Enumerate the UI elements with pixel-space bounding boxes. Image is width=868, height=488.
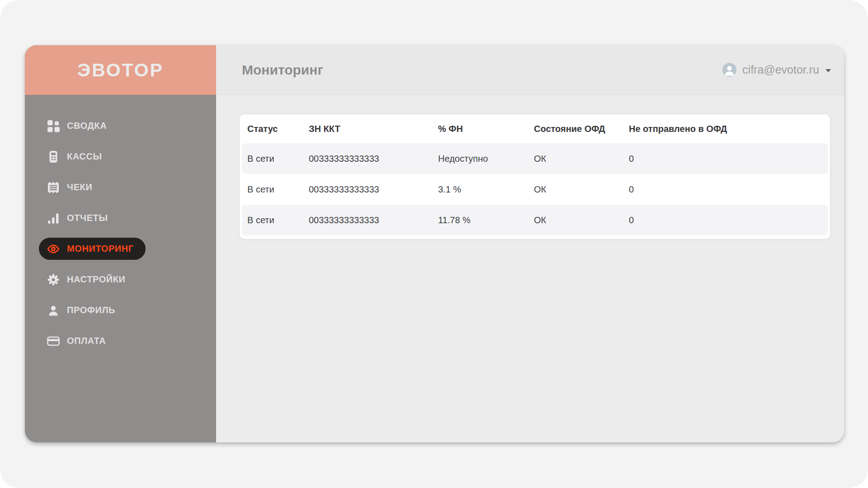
sidebar-item-label: НАСТРОЙКИ — [67, 274, 126, 285]
column-header-zn-kkt: ЗН ККТ — [309, 124, 438, 134]
table-row: В сети 00333333333333 3.1 % ОК 0 — [242, 174, 828, 205]
user-menu[interactable]: cifra@evotor.ru — [722, 63, 831, 77]
column-header-fn-percent: % ФН — [438, 124, 534, 134]
monitoring-table: Статус ЗН ККТ % ФН Состояние ОФД Не отпр… — [239, 114, 830, 239]
credit-card-icon — [47, 334, 60, 348]
cell-not-sent-ofd: 0 — [629, 154, 828, 164]
cell-status: В сети — [242, 154, 309, 164]
cell-zn-kkt: 00333333333333 — [309, 154, 438, 164]
cell-ofd-state: ОК — [534, 215, 629, 225]
page-background: ЭВОТОР СВОДКА — [0, 0, 868, 488]
sidebar-item-label: ОПЛАТА — [67, 336, 106, 346]
dashboard-icon — [47, 119, 60, 133]
sidebar-item-nastroyki[interactable]: НАСТРОЙКИ — [39, 268, 137, 291]
cell-zn-kkt: 00333333333333 — [309, 184, 438, 195]
page-title: Мониторинг — [242, 62, 323, 78]
person-icon — [47, 304, 60, 317]
column-header-ofd-state: Состояние ОФД — [534, 124, 629, 134]
sidebar-item-kassy[interactable]: КАССЫ — [39, 145, 114, 168]
cash-register-icon — [47, 150, 60, 164]
cell-ofd-state: ОК — [534, 154, 629, 164]
sidebar-item-cheki[interactable]: ЧЕКИ — [39, 176, 104, 198]
cell-status: В сети — [242, 184, 309, 195]
bar-chart-icon — [47, 211, 60, 225]
app-window: ЭВОТОР СВОДКА — [25, 45, 844, 442]
cell-fn-percent: 11.78 % — [438, 215, 534, 225]
chevron-down-icon — [825, 67, 831, 73]
avatar-icon — [722, 63, 736, 77]
eye-icon — [47, 242, 60, 256]
gear-icon — [47, 273, 60, 286]
main-area: Мониторинг cifra@evotor.ru — [216, 45, 844, 442]
sidebar-item-otchety[interactable]: ОТЧЕТЫ — [39, 207, 120, 229]
column-header-status: Статус — [242, 124, 309, 134]
sidebar-item-monitoring[interactable]: МОНИТОРИНГ — [39, 238, 146, 260]
sidebar-item-label: МОНИТОРИНГ — [67, 244, 134, 254]
table-header-row: Статус ЗН ККТ % ФН Состояние ОФД Не отпр… — [242, 114, 828, 143]
cell-ofd-state: ОК — [534, 184, 629, 195]
sidebar-item-label: ЧЕКИ — [67, 182, 92, 192]
content-area: Статус ЗН ККТ % ФН Состояние ОФД Не отпр… — [216, 95, 844, 442]
sidebar-item-label: СВОДКА — [67, 121, 107, 131]
cell-fn-percent: Недоступно — [438, 154, 534, 164]
cell-not-sent-ofd: 0 — [629, 215, 828, 225]
sidebar-item-label: ОТЧЕТЫ — [67, 213, 108, 223]
sidebar-item-label: ПРОФИЛЬ — [67, 305, 115, 315]
cell-not-sent-ofd: 0 — [629, 184, 828, 195]
sidebar-item-oplata[interactable]: ОПЛАТА — [39, 330, 118, 352]
sidebar-item-label: КАССЫ — [67, 151, 102, 162]
table-row: В сети 00333333333333 11.78 % ОК 0 — [242, 205, 828, 235]
cell-zn-kkt: 00333333333333 — [309, 215, 438, 225]
column-header-not-sent-ofd: Не отправлено в ОФД — [629, 124, 828, 134]
cell-status: В сети — [242, 215, 309, 225]
receipt-icon — [47, 181, 60, 194]
sidebar-item-svodka[interactable]: СВОДКА — [39, 115, 118, 137]
topbar: Мониторинг cifra@evotor.ru — [216, 45, 844, 95]
sidebar-item-profil[interactable]: ПРОФИЛЬ — [39, 299, 127, 321]
table-row: В сети 00333333333333 Недоступно ОК 0 — [242, 143, 828, 174]
evotor-logo: ЭВОТОР — [25, 45, 216, 95]
user-email: cifra@evotor.ru — [742, 63, 819, 76]
cell-fn-percent: 3.1 % — [438, 184, 534, 195]
sidebar-nav: СВОДКА КАССЫ — [25, 95, 216, 361]
sidebar: ЭВОТОР СВОДКА — [25, 45, 216, 442]
